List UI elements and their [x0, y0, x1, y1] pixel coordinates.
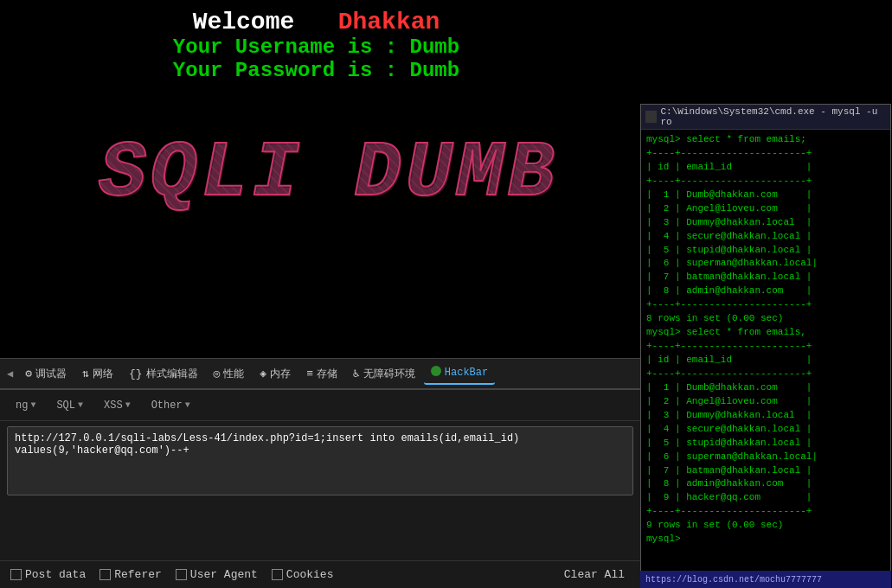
devtools-tab-label: HackBar: [445, 367, 488, 379]
cmd-line: | 3 | Dummy@dhakkan.local |: [646, 216, 885, 230]
checkbox-box: [10, 569, 22, 580]
cmd-line: | 1 | Dumb@dhakkan.com |: [646, 381, 885, 395]
cmd-line: | 2 | Angel@iloveu.com |: [646, 202, 885, 216]
devtools-tab-icon-存储: ≡: [306, 368, 313, 380]
checkbox-user-agent[interactable]: User Agent: [176, 568, 258, 581]
cmd-line: +----+----------------------+: [646, 368, 885, 381]
cmd-window: C:\Windows\System32\cmd.exe - mysql -u r…: [640, 104, 891, 579]
devtools-tab-icon-网络: ⇅: [82, 367, 89, 380]
hackbar-icon: [431, 366, 441, 376]
welcome-text: Welcome: [193, 9, 295, 35]
cmd-line: | 7 | batman@dhakkan.local |: [646, 464, 885, 478]
welcome-line1: Welcome Dhakkan: [0, 9, 632, 35]
hackbar-tab-xss[interactable]: XSS ▼: [95, 397, 139, 414]
checkbox-box: [99, 569, 111, 580]
cmd-title-text: C:\Windows\System32\cmd.exe - mysql -u r…: [660, 106, 886, 127]
devtools-tab-样式编辑器[interactable]: {}样式编辑器: [122, 363, 205, 385]
cmd-line: 9 rows in set (0.00 sec): [646, 519, 885, 533]
devtools-tab-icon-调试器: ⚙: [25, 367, 32, 380]
cmd-line: 8 rows in set (0.00 sec): [646, 312, 885, 326]
cmd-line: | 2 | Angel@iloveu.com |: [646, 395, 885, 409]
cmd-icon: [645, 111, 657, 123]
cmd-line: +----+----------------------+: [646, 340, 885, 354]
devtools-tab-label: 网络: [93, 367, 113, 381]
checkbox-post-data[interactable]: Post data: [10, 568, 86, 581]
devtools-tab-icon-样式编辑器: {}: [129, 368, 143, 380]
devtools-tab-网络[interactable]: ⇅网络: [75, 363, 120, 385]
cmd-line: mysql> select * from emails,: [646, 326, 885, 340]
cmd-line: | 9 | hacker@qq.com |: [646, 491, 885, 505]
checkbox-referer[interactable]: Referer: [99, 568, 162, 581]
sqli-dumb-title: SQLI DUMB: [17, 130, 640, 218]
chevron-down-icon: ▼: [125, 400, 131, 410]
url-input[interactable]: [7, 426, 633, 495]
hackbar-tab-label: Other: [151, 399, 183, 412]
cmd-line: | 5 | stupid@dhakkan.local |: [646, 244, 885, 258]
cmd-line: +----+----------------------+: [646, 298, 885, 312]
devtools-toolbar: ◀⚙调试器⇅网络{}样式编辑器◎性能◈内存≡存储♿无障碍环境HackBar: [0, 358, 640, 389]
devtools-tab-label: 性能: [223, 367, 244, 381]
devtools-tab-icon-性能: ◎: [214, 367, 221, 380]
checkbox-box: [272, 569, 283, 580]
cmd-line: | 1 | Dumb@dhakkan.com |: [646, 189, 885, 202]
checkbox-label: Post data: [25, 568, 86, 581]
devtools-tab-label: 无障碍环境: [363, 367, 415, 381]
welcome-section: Welcome Dhakkan Your Username is : Dumb …: [0, 9, 632, 82]
cmd-line: | id | email_id |: [646, 161, 885, 175]
devtools-tab-调试器[interactable]: ⚙调试器: [18, 363, 74, 385]
hackbar-tab-other[interactable]: Other ▼: [143, 397, 199, 414]
cmd-line: | id | email_id |: [646, 354, 885, 368]
hackbar-tabs: ng ▼SQL ▼XSS ▼Other ▼: [0, 390, 640, 421]
password-line: Your Password is : Dumb: [0, 59, 632, 82]
cmd-line: | 4 | secure@dhakkan.local |: [646, 230, 885, 244]
cmd-status-text: https://blog.csdn.net/mochu7777777: [645, 575, 822, 585]
cmd-line: | 4 | secure@dhakkan.local |: [646, 423, 885, 437]
cmd-line: | 5 | stupid@dhakkan.local |: [646, 437, 885, 451]
devtools-tab-label: 内存: [270, 367, 291, 381]
cmd-line: | 7 | batman@dhakkan.local |: [646, 271, 885, 284]
devtools-tab-无障碍环境[interactable]: ♿无障碍环境: [346, 363, 422, 385]
hackbar-checkboxes-row: Post dataRefererUser AgentCookiesClear A…: [0, 560, 640, 588]
cmd-line: mysql> select * from emails;: [646, 133, 885, 147]
checkbox-box: [176, 569, 187, 580]
cmd-output: mysql> select * from emails;+----+------…: [641, 130, 890, 579]
hackbar-tab-label: SQL: [56, 399, 75, 412]
username-line: Your Username is : Dumb: [0, 35, 632, 59]
cmd-line: | 8 | admin@dhakkan.com |: [646, 284, 885, 298]
chevron-down-icon: ▼: [78, 400, 83, 410]
devtools-tab-性能[interactable]: ◎性能: [207, 363, 252, 385]
hackbar-tab-sql[interactable]: SQL ▼: [48, 397, 92, 414]
username-dhakkan: Dhakkan: [338, 9, 440, 35]
devtools-tab-存储[interactable]: ≡存储: [299, 363, 344, 385]
checkbox-label: Referer: [114, 568, 162, 581]
clear-all-button[interactable]: Clear All: [559, 566, 630, 583]
devtools-back-icon[interactable]: ◀: [7, 368, 13, 380]
hackbar-tab-label: ng: [16, 399, 28, 412]
cmd-line: | 3 | Dummy@dhakkan.local |: [646, 409, 885, 423]
devtools-tab-icon-无障碍环境: ♿: [353, 367, 360, 380]
devtools-tab-icon-内存: ◈: [260, 367, 266, 380]
cmd-line: | 8 | admin@dhakkan.com |: [646, 477, 885, 491]
hackbar-section: ng ▼SQL ▼XSS ▼Other ▼ Post dataRefererUs…: [0, 389, 640, 588]
cmd-status-bar: https://blog.csdn.net/mochu7777777: [640, 571, 891, 588]
cmd-line: +----+----------------------+: [646, 147, 885, 161]
chevron-down-icon: ▼: [30, 400, 35, 410]
chevron-down-icon: ▼: [185, 400, 190, 410]
cmd-titlebar: C:\Windows\System32\cmd.exe - mysql -u r…: [641, 105, 890, 130]
cmd-line: +----+----------------------+: [646, 505, 885, 519]
checkbox-label: Cookies: [286, 568, 334, 581]
cmd-line: mysql>: [646, 533, 885, 546]
checkbox-cookies[interactable]: Cookies: [272, 568, 334, 581]
devtools-tab-label: 存储: [317, 367, 337, 381]
devtools-tab-hackbar[interactable]: HackBar: [424, 362, 495, 385]
hackbar-tab-ng[interactable]: ng ▼: [7, 397, 44, 414]
hackbar-url-row: [0, 421, 640, 560]
hackbar-tab-label: XSS: [104, 399, 123, 412]
cmd-line: | 6 | superman@dhakkan.local|: [646, 451, 885, 464]
devtools-tab-内存[interactable]: ◈内存: [253, 363, 298, 385]
devtools-tab-icon-hackbar: [431, 366, 441, 380]
devtools-tab-label: 样式编辑器: [146, 367, 198, 381]
cmd-line: | 6 | superman@dhakkan.local|: [646, 257, 885, 271]
devtools-tab-label: 调试器: [35, 367, 67, 381]
checkbox-label: User Agent: [190, 568, 258, 581]
